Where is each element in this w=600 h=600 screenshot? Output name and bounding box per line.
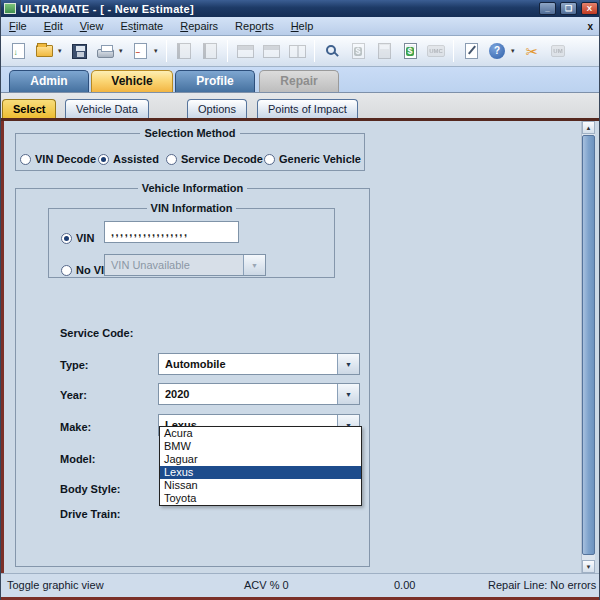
- year-label: Year:: [60, 389, 87, 401]
- toolbar-separator: [314, 40, 315, 62]
- toolbar-separator: [453, 40, 454, 62]
- vehicle-information-group: Vehicle Information VIN Information VIN …: [15, 182, 370, 567]
- vin-information-legend: VIN Information: [147, 202, 237, 214]
- vertical-scrollbar[interactable]: ▲ ▼: [581, 121, 595, 573]
- status-acv: ACV % 0: [244, 579, 289, 591]
- make-label: Make:: [60, 421, 91, 433]
- menu-bar: File Edit View Estimate Repairs Reports …: [1, 17, 600, 36]
- menu-file[interactable]: File: [1, 18, 36, 34]
- calculator-icon: [372, 39, 396, 63]
- umc-icon: UMC: [424, 39, 448, 63]
- print-icon[interactable]: [93, 39, 117, 63]
- menu-reports[interactable]: Reports: [227, 18, 283, 34]
- app-window: ULTRAMATE - [ - New Estimate] _ ❏ X File…: [0, 0, 600, 600]
- preview-caret-icon[interactable]: ▾: [154, 47, 161, 55]
- type-select[interactable]: Automobile ▼: [158, 353, 360, 375]
- scrollbar-thumb[interactable]: [582, 135, 595, 555]
- sub-tab-bar: Select Vehicle Data Options Points of Im…: [1, 93, 600, 121]
- combo-arrow-icon: ▼: [243, 255, 265, 275]
- status-repair-line: Repair Line: No errors: [488, 579, 596, 591]
- menu-view[interactable]: View: [72, 18, 113, 34]
- no-vin-select: VIN Unavailable ▼: [104, 254, 266, 276]
- tab-repair: Repair: [259, 70, 339, 92]
- settings-doc-icon[interactable]: [459, 39, 483, 63]
- window-title: ULTRAMATE - [ - New Estimate]: [20, 3, 194, 15]
- toolbar-separator: [166, 40, 167, 62]
- print-caret-icon[interactable]: ▾: [119, 47, 126, 55]
- radio-checked-icon[interactable]: [98, 154, 109, 165]
- open-estimate-icon[interactable]: [32, 39, 56, 63]
- cut-icon[interactable]: ✂: [520, 39, 544, 63]
- dropdown-option[interactable]: Acura: [160, 427, 361, 440]
- body-style-label: Body Style:: [60, 483, 121, 495]
- service-code-label: Service Code:: [60, 327, 133, 339]
- radio-vin[interactable]: VIN: [61, 228, 94, 246]
- radio-icon[interactable]: [264, 154, 275, 165]
- layout-top-icon: [259, 39, 283, 63]
- radio-assisted[interactable]: Assisted: [98, 149, 159, 167]
- save-icon[interactable]: [67, 39, 91, 63]
- menu-edit[interactable]: Edit: [36, 18, 72, 34]
- radio-generic-vehicle[interactable]: Generic Vehicle: [264, 149, 361, 167]
- radio-service-decode[interactable]: Service Decode: [166, 149, 263, 167]
- subtab-vehicle-data[interactable]: Vehicle Data: [65, 99, 149, 118]
- toolbar: ↓ ▾ ▾ ~ ▾ $ $ UMC ? ▾ ✂ UM: [1, 36, 600, 67]
- radio-vin-decode[interactable]: VIN Decode: [20, 149, 96, 167]
- calculator-doc-icon: $: [346, 39, 370, 63]
- print-preview-icon[interactable]: ~: [128, 39, 152, 63]
- search-icon[interactable]: [320, 39, 344, 63]
- selection-method-legend: Selection Method: [140, 127, 239, 139]
- subtab-options[interactable]: Options: [187, 99, 247, 118]
- payment-dollar-icon[interactable]: $: [398, 39, 422, 63]
- tab-profile[interactable]: Profile: [175, 70, 255, 92]
- menu-help[interactable]: Help: [283, 18, 323, 34]
- um-pro-icon: UM: [546, 39, 570, 63]
- make-dropdown-list: Acura BMW Jaguar Lexus Nissan Toyota: [159, 426, 362, 506]
- open-caret-icon[interactable]: ▾: [58, 47, 65, 55]
- radio-icon[interactable]: [166, 154, 177, 165]
- radio-icon[interactable]: [20, 154, 31, 165]
- help-caret-icon[interactable]: ▾: [511, 47, 518, 55]
- dropdown-option-selected[interactable]: Lexus: [160, 466, 361, 479]
- dropdown-option[interactable]: Nissan: [160, 479, 361, 492]
- combo-arrow-icon[interactable]: ▼: [337, 384, 359, 404]
- main-tab-bar: Admin Vehicle Profile Repair: [1, 67, 600, 93]
- subtab-points-of-impact[interactable]: Points of Impact: [257, 99, 358, 118]
- status-bar: Toggle graphic view ACV % 0 0.00 Repair …: [1, 573, 600, 597]
- tab-vehicle[interactable]: Vehicle: [91, 70, 173, 92]
- type-label: Type:: [60, 359, 89, 371]
- drive-train-label: Drive Train:: [60, 508, 121, 520]
- help-icon[interactable]: ?: [485, 39, 509, 63]
- scroll-up-icon[interactable]: ▲: [582, 121, 595, 134]
- selection-method-group: Selection Method VIN Decode Assisted Ser…: [15, 127, 365, 171]
- guide-2-icon: [198, 39, 222, 63]
- combo-arrow-icon[interactable]: ▼: [337, 354, 359, 374]
- layout-split-icon: [285, 39, 309, 63]
- document-close-icon[interactable]: x: [587, 21, 593, 32]
- year-select[interactable]: 2020 ▼: [158, 383, 360, 405]
- content-area: Selection Method VIN Decode Assisted Ser…: [1, 121, 600, 573]
- new-estimate-icon[interactable]: ↓: [6, 39, 30, 63]
- minimize-button[interactable]: _: [539, 2, 556, 15]
- status-total: 0.00: [394, 579, 415, 591]
- vin-input[interactable]: ,,,,,,,,,,,,,,,,,: [104, 221, 239, 243]
- menu-repairs[interactable]: Repairs: [172, 18, 227, 34]
- radio-checked-icon[interactable]: [61, 233, 72, 244]
- app-icon: [4, 3, 16, 14]
- layout-columns-icon: [233, 39, 257, 63]
- scroll-down-icon[interactable]: ▼: [582, 560, 595, 573]
- guide-1-icon: [172, 39, 196, 63]
- dropdown-option[interactable]: Jaguar: [160, 453, 361, 466]
- vin-information-group: VIN Information VIN ,,,,,,,,,,,,,,,,, No…: [48, 202, 335, 278]
- dropdown-option[interactable]: Toyota: [160, 492, 361, 505]
- title-bar: ULTRAMATE - [ - New Estimate] _ ❏ X: [1, 0, 600, 17]
- status-message: Toggle graphic view: [7, 579, 104, 591]
- dropdown-option[interactable]: BMW: [160, 440, 361, 453]
- radio-icon[interactable]: [61, 265, 72, 276]
- close-button[interactable]: X: [581, 2, 598, 15]
- menu-estimate[interactable]: Estimate: [112, 18, 172, 34]
- tab-admin[interactable]: Admin: [9, 70, 89, 92]
- subtab-select[interactable]: Select: [2, 99, 56, 118]
- toolbar-separator: [227, 40, 228, 62]
- restore-button[interactable]: ❏: [560, 2, 577, 15]
